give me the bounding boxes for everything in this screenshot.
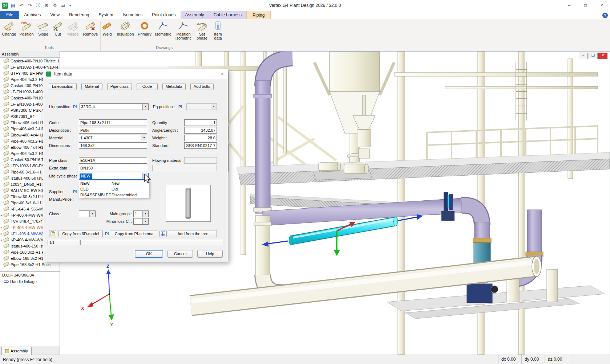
application-window: G4 ▤ ↶ ↷ ⓘ ⚙ ⚙ ⇄ ▾ Vertex G4 Plant Desig…	[0, 0, 610, 364]
dropdown-option[interactable]: NEW New	[79, 180, 149, 186]
cut-button[interactable]: Cut	[51, 20, 65, 44]
handle-linkage-item[interactable]: Handle linkage	[0, 278, 60, 285]
dialog-app-icon	[46, 71, 51, 77]
add-from-tree-button[interactable]: Add from the tree	[169, 230, 217, 237]
pipe-part-icon	[3, 200, 9, 205]
chevron-down-icon[interactable]: ▾	[142, 104, 148, 110]
life-cycle-selected-value: NEW	[80, 173, 92, 179]
remove-button[interactable]: Remove	[81, 20, 100, 44]
tree-grid-icon-button[interactable]	[159, 230, 167, 237]
weight-input[interactable]: 28.0	[184, 135, 217, 141]
panel-tab-assembly[interactable]: Assembly	[1, 347, 32, 355]
viewport-close-button[interactable]: ×	[598, 53, 607, 59]
tab-material[interactable]: Material	[81, 83, 102, 90]
insulation-button[interactable]: Insulation	[115, 20, 136, 44]
tab-point-clouds[interactable]: Point clouds	[147, 11, 180, 19]
chevron-down-icon[interactable]: ▾	[142, 211, 148, 217]
tab-lineposition[interactable]: Lineposition	[49, 83, 77, 90]
isometric-button[interactable]: Isometric	[153, 20, 173, 44]
undo-icon[interactable]: ↶	[18, 2, 25, 9]
help-button[interactable]: Help	[197, 250, 223, 258]
slope-button[interactable]: Slope	[36, 20, 51, 44]
lineposition-pi-badge: PI	[73, 103, 77, 110]
item-data-button[interactable]: Item data	[210, 20, 226, 44]
primary-button[interactable]: Primary	[136, 20, 153, 44]
dropdown-option[interactable]: OLD Old	[79, 186, 149, 192]
save-icon[interactable]: ▤	[10, 2, 16, 9]
info-icon[interactable]: ⓘ	[35, 2, 41, 9]
tab-isometrics[interactable]: Isometrics	[118, 11, 148, 19]
tree-item[interactable]: Gasket-400-PN10 Tiiviste .l	[0, 58, 60, 64]
tree-item[interactable]: Pipe-168.3x2-H1 Putki	[0, 261, 60, 267]
pipe-class-input[interactable]: E10H1A	[79, 157, 147, 164]
chevron-down-icon[interactable]: ▾	[142, 218, 148, 224]
minimize-button[interactable]: –	[561, 0, 577, 11]
minor-loss-combo[interactable]: ▾	[133, 218, 149, 225]
manuf-price-label: Manuf./Price :	[49, 196, 74, 203]
display-settings-icon[interactable]: ⚙	[52, 2, 58, 9]
weld-button[interactable]: Weld	[100, 20, 115, 44]
tab-cable-harness[interactable]: Cable harness	[209, 11, 246, 19]
tree-item-label: Gasket-400-PN10 Tiiviste .l	[11, 59, 59, 63]
class-combo[interactable]: ▾	[79, 210, 96, 217]
maximize-button[interactable]: □	[577, 0, 594, 11]
change-button[interactable]: Change	[1, 20, 17, 44]
viewport-restore-button[interactable]: ❐	[589, 53, 598, 59]
tab-file[interactable]: File	[0, 11, 19, 19]
tab-add-bolts[interactable]: Add bolts	[190, 83, 214, 90]
transfer-icon[interactable]: ⇄	[60, 2, 66, 9]
description-input[interactable]: Putki	[79, 127, 147, 134]
close-button[interactable]: ×	[594, 0, 610, 11]
remove-pipe-icon	[85, 21, 96, 31]
tab-system[interactable]: System	[94, 11, 118, 19]
help-icon[interactable]: ?	[602, 13, 608, 18]
dropdown-option[interactable]: DISASSEMBLED Disassembled	[79, 192, 149, 198]
dimensions-input[interactable]: 168.3x2	[79, 142, 147, 149]
position-isometric-button[interactable]: Position isometric	[173, 20, 194, 44]
chevron-down-icon[interactable]: ▾	[142, 173, 148, 179]
dialog-close-icon[interactable]: ×	[217, 70, 228, 78]
qat-dropdown-caret-icon[interactable]: ▾	[68, 2, 72, 9]
dimensions-label: Dimensions :	[49, 142, 72, 149]
dialog-title-bar[interactable]: Item data ×	[43, 69, 228, 79]
chevron-down-icon[interactable]: ▾	[89, 211, 95, 217]
pipe-part-icon	[3, 114, 9, 119]
pipe-part-icon	[3, 249, 9, 254]
set-phase-button[interactable]: <NEW> Set phase	[194, 20, 210, 44]
tab-code[interactable]: Code	[137, 83, 158, 90]
life-cycle-phase-combo[interactable]: NEW ▾	[79, 173, 149, 180]
main-group-label: Main group :	[105, 210, 132, 217]
angle-length-input[interactable]: 3432.07	[184, 127, 217, 134]
viewport-minimize-button[interactable]: –	[579, 53, 588, 59]
quantity-label: Quantity :	[152, 119, 169, 126]
quantity-input[interactable]: 1	[184, 119, 217, 126]
system-settings-icon[interactable]: ⚙	[43, 2, 50, 9]
tab-assembly[interactable]: Assembly	[181, 11, 209, 19]
page-indicator-spacer	[80, 240, 223, 245]
chevron-down-icon[interactable]: ▾	[141, 135, 147, 141]
clipboard-icon	[51, 231, 55, 236]
ok-button[interactable]: OK	[135, 250, 163, 258]
tab-piping[interactable]: Piping	[246, 11, 271, 19]
material-combo[interactable]: 1.4307 ▾	[79, 135, 147, 141]
pipe-part-icon	[3, 64, 9, 69]
tab-rendering[interactable]: Rendering	[64, 11, 94, 19]
tab-metadata[interactable]: Metadata	[162, 83, 186, 90]
cancel-button[interactable]: Cancel	[167, 250, 193, 258]
main-group-combo[interactable]: 1 ▾	[133, 210, 149, 217]
copy-clipboard-icon-button[interactable]	[49, 230, 56, 237]
standard-input[interactable]: SFS-EN10217-7	[184, 142, 217, 149]
code-input[interactable]: Pipe-168.3x2-H1	[79, 119, 147, 126]
redo-icon[interactable]: ↷	[27, 2, 33, 9]
position-button[interactable]: POS Position	[17, 20, 36, 44]
extra-data-input[interactable]: DN150	[79, 165, 147, 171]
position-pipe-icon: POS	[21, 21, 32, 31]
lineposition-combo[interactable]: 32RC-4 ▾	[80, 103, 149, 110]
tab-view[interactable]: View	[45, 11, 64, 19]
weight-label: Weight :	[152, 135, 167, 141]
tab-archives[interactable]: Archives	[19, 11, 45, 19]
ribbon-tab-bar: File Archives View Rendering System Isom…	[0, 11, 610, 20]
copy-from-pi-schema-button[interactable]: Copy from PI-schema	[111, 230, 157, 237]
copy-from-3d-model-button[interactable]: Copy from 3D-model	[58, 230, 103, 237]
tab-pipe-class[interactable]: Pipe class	[107, 83, 132, 90]
